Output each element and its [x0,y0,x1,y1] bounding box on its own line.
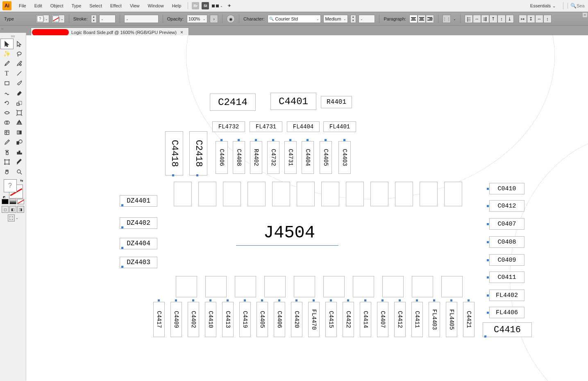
fill-stroke-control[interactable]: ? ⇆ ◩ [4,179,23,198]
font-size-combo[interactable] [359,15,375,23]
component-label[interactable]: C0410 [489,183,524,194]
align-obj-hcenter[interactable]: ↔ [473,15,481,23]
menu-type[interactable]: Type [68,2,86,10]
stroke-weight-combo[interactable] [99,15,116,23]
component-label[interactable]: C4420 [291,302,302,337]
toolbox-grip[interactable] [7,35,19,37]
menu-edit[interactable]: Edit [30,2,46,10]
expand-panel-button[interactable]: › [210,15,218,23]
gradient-button[interactable] [9,199,16,204]
draw-normal-button[interactable]: ◻ [2,206,9,213]
menu-view[interactable]: View [126,2,144,10]
component-label[interactable]: C4414 [360,302,371,337]
transform-y[interactable]: ↧ [527,15,535,23]
paintbrush-tool[interactable] [13,78,25,88]
perspective-grid-tool[interactable] [13,118,25,128]
lasso-tool[interactable] [13,49,25,59]
arrange-docs-button[interactable]: ⌄ [212,4,223,8]
component-label[interactable]: FL4470 [308,302,320,337]
component-label[interactable]: C4405 [257,302,268,337]
align-obj-top[interactable]: ⤒ [489,15,497,23]
component-label[interactable]: C4404 [302,141,314,174]
component-label[interactable]: DZ4403 [120,257,157,268]
menu-help[interactable]: Help [168,2,186,10]
component-label[interactable]: FL4403 [429,302,440,337]
component-label[interactable]: C4418 [165,131,183,176]
swap-fill-stroke-icon[interactable]: ⇆ [20,178,23,183]
blend-tool[interactable] [13,137,25,147]
search-input[interactable] [577,3,586,8]
main-connector-label[interactable]: J4504 [232,221,347,245]
component-label[interactable]: R4402 [250,141,262,174]
draw-inside-button[interactable]: ◨ [17,206,24,213]
component-label[interactable]: C0408 [489,236,524,248]
font-style-combo[interactable]: Medium [323,15,348,23]
bridge-icon[interactable]: Br [192,2,199,9]
scale-tool[interactable] [13,98,25,108]
component-label[interactable]: C4412 [394,302,406,337]
component-label[interactable]: DZ4401 [120,195,157,207]
slice-tool[interactable] [13,157,25,167]
width-tool[interactable] [1,108,13,118]
type-tool[interactable]: T [1,68,13,78]
transform-h[interactable]: ↕ [543,15,552,23]
component-label[interactable]: C2418 [189,131,207,176]
draw-behind-button[interactable]: ◧ [9,206,16,213]
align-left-button[interactable] [409,15,418,23]
rotate-tool[interactable] [1,98,13,108]
align-center-button[interactable] [418,15,426,23]
shaper-tool[interactable] [1,88,13,98]
component-label[interactable]: C4415 [325,302,337,337]
shape-builder-tool[interactable] [1,118,13,128]
align-obj-right[interactable]: ⇶ [481,15,489,23]
component-label[interactable]: C4408 [233,141,245,174]
component-label[interactable]: C4403 [338,141,351,174]
eraser-tool[interactable] [13,88,25,98]
component-label[interactable]: C4419 [239,302,251,337]
component-label[interactable]: DZ4404 [120,238,157,249]
line-segment-tool[interactable] [13,68,25,78]
none-button[interactable] [17,199,24,204]
screen-mode-switch[interactable]: ⛶⌄ [8,214,18,221]
tab-close-button[interactable]: × [179,30,184,35]
component-label[interactable]: FL4406 [489,307,524,318]
component-label[interactable]: C4421 [463,302,474,337]
menu-window[interactable]: Window [144,2,168,10]
component-label[interactable]: C4411 [411,302,423,337]
direct-selection-tool[interactable] [13,39,25,49]
menu-effect[interactable]: Effect [106,2,126,10]
bullets-button[interactable]: ⋮⋮ [443,15,451,23]
component-label[interactable]: C4409 [170,302,182,337]
align-right-button[interactable] [426,15,434,23]
mesh-tool[interactable] [1,128,13,137]
color-button[interactable] [2,199,9,204]
component-label[interactable]: C4731 [284,141,297,174]
gpu-icon[interactable]: ✈ [226,2,233,9]
component-label[interactable]: FL4732 [212,121,245,132]
component-label[interactable]: C4402 [188,302,199,337]
component-label[interactable]: FL4404 [287,121,320,132]
recolor-art-button[interactable]: ◉ [227,15,235,23]
component-label[interactable]: C4405 [320,141,332,174]
component-label[interactable]: C4410 [205,302,216,337]
toolbox-collapse-icon[interactable]: ‹‹ [1,27,3,31]
component-label[interactable]: FL4405 [446,302,457,337]
component-label[interactable]: C0407 [489,218,524,230]
component-label[interactable]: C4417 [153,302,165,337]
align-obj-vcenter[interactable]: ↕ [497,15,506,23]
variable-width-profile[interactable] [124,15,159,23]
fill-box[interactable]: ? [4,179,17,192]
menu-file[interactable]: File [15,2,30,10]
component-label[interactable]: C0409 [489,254,524,266]
component-label[interactable]: DZ4402 [120,217,157,229]
rectangle-tool[interactable] [1,78,13,88]
component-label[interactable]: C4401 [270,93,316,110]
free-transform-tool[interactable] [13,108,25,118]
menu-object[interactable]: Object [46,2,68,10]
hand-tool[interactable] [1,167,13,177]
eyedropper-tool[interactable] [1,137,13,147]
font-family-combo[interactable]: Courier Std⌄ [268,15,321,23]
selection-tool[interactable] [1,39,13,49]
stroke-weight-stepper[interactable]: ▴▾ [91,15,97,23]
component-label[interactable]: C4413 [222,302,234,337]
